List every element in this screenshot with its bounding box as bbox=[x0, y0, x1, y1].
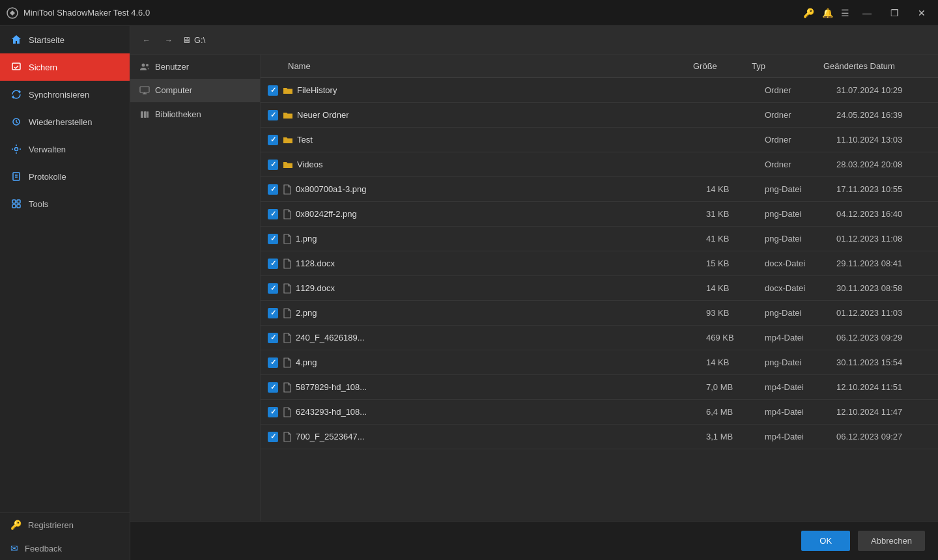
sidebar-item-feedback[interactable]: ✉ Feedback bbox=[0, 537, 130, 560]
svg-rect-4 bbox=[13, 173, 20, 180]
file-row[interactable]: 1129.docx14 KBdocx-Datei30.11.2023 08:58 bbox=[261, 276, 938, 301]
file-row-checkbox[interactable] bbox=[263, 382, 283, 393]
sidebar-item-tools[interactable]: Tools bbox=[0, 190, 130, 217]
file-name-text: 6243293-hd_108... bbox=[296, 407, 367, 417]
svg-rect-10 bbox=[17, 204, 20, 208]
sidebar-label-tools: Tools bbox=[29, 199, 48, 209]
file-row-checkbox[interactable] bbox=[263, 357, 283, 368]
file-row-checkbox[interactable] bbox=[263, 110, 283, 120]
svg-rect-8 bbox=[17, 200, 20, 203]
file-row-checkbox[interactable] bbox=[263, 85, 283, 96]
file-name-text: 240_F_4626189... bbox=[296, 333, 365, 343]
bottom-bar: OK Abbrechen bbox=[130, 521, 938, 560]
file-row-checkbox[interactable] bbox=[263, 432, 283, 442]
file-row-type: png-Datei bbox=[760, 209, 831, 219]
file-row[interactable]: 0x800700a1-3.png14 KBpng-Datei17.11.2023… bbox=[261, 177, 938, 202]
file-icon bbox=[283, 406, 292, 417]
file-row-type: mp4-Datei bbox=[760, 382, 831, 392]
file-row[interactable]: 2.png93 KBpng-Datei01.12.2023 11:03 bbox=[261, 301, 938, 326]
notification-icon[interactable]: 🔔 bbox=[822, 8, 833, 18]
close-button[interactable]: ✕ bbox=[912, 3, 931, 23]
svg-rect-7 bbox=[12, 200, 16, 203]
ok-button[interactable]: OK bbox=[801, 531, 850, 551]
tree-item-bibliotheken[interactable]: Bibliotheken bbox=[130, 102, 260, 126]
forward-button[interactable]: → bbox=[160, 32, 177, 49]
file-name-text: Videos bbox=[297, 160, 323, 169]
tree-panel: Benutzer Computer Bibliotheken bbox=[130, 55, 261, 521]
title-bar: MiniTool ShadowMaker Test 4.6.0 🔑 🔔 ☰ — … bbox=[0, 0, 938, 26]
file-row[interactable]: 1.png41 KBpng-Datei01.12.2023 11:08 bbox=[261, 227, 938, 251]
sidebar-item-synchronisieren[interactable]: Synchronisieren bbox=[0, 81, 130, 108]
file-row-name: Test bbox=[283, 135, 701, 145]
file-row[interactable]: VideosOrdner28.03.2024 20:08 bbox=[261, 152, 938, 177]
log-icon bbox=[10, 171, 22, 182]
menu-icon[interactable]: ☰ bbox=[841, 8, 849, 18]
file-row[interactable]: Neuer OrdnerOrdner24.05.2024 16:39 bbox=[261, 103, 938, 128]
tree-item-computer[interactable]: Computer bbox=[130, 79, 260, 103]
file-row[interactable]: 6243293-hd_108...6,4 MBmp4-Datei12.10.20… bbox=[261, 400, 938, 425]
file-row-size: 3,1 MB bbox=[701, 432, 760, 441]
content-area: ← → 🖥 G:\ Benutzer bbox=[130, 26, 938, 560]
sidebar-item-registrieren[interactable]: 🔑 Registrieren bbox=[0, 513, 130, 537]
key-icon[interactable]: 🔑 bbox=[803, 8, 814, 18]
file-row-checkbox[interactable] bbox=[263, 407, 283, 417]
file-row-checkbox[interactable] bbox=[263, 160, 283, 170]
file-row-size: 7,0 MB bbox=[701, 382, 760, 392]
file-row[interactable]: 4.png14 KBpng-Datei30.11.2023 15:54 bbox=[261, 350, 938, 375]
file-row-name: 1129.docx bbox=[283, 283, 701, 294]
file-row-type: docx-Datei bbox=[760, 259, 831, 268]
file-row-size: 15 KB bbox=[701, 259, 760, 268]
file-row-checkbox[interactable] bbox=[263, 184, 283, 195]
file-row-type: png-Datei bbox=[760, 308, 831, 318]
tree-item-benutzer[interactable]: Benutzer bbox=[130, 55, 260, 79]
back-button[interactable]: ← bbox=[138, 32, 155, 49]
title-bar-left: MiniTool ShadowMaker Test 4.6.0 bbox=[7, 7, 150, 19]
file-row-name: 1.png bbox=[283, 233, 701, 244]
cancel-button[interactable]: Abbrechen bbox=[858, 531, 925, 551]
file-row-checkbox[interactable] bbox=[263, 308, 283, 318]
maximize-button[interactable]: ❐ bbox=[885, 3, 904, 23]
file-name-text: 5877829-hd_108... bbox=[296, 382, 367, 392]
file-row-type: png-Datei bbox=[760, 357, 831, 367]
file-row-type: mp4-Datei bbox=[760, 333, 831, 343]
sidebar-item-wiederherstellen[interactable]: Wiederherstellen bbox=[0, 108, 130, 135]
file-row[interactable]: 240_F_4626189...469 KBmp4-Datei06.12.202… bbox=[261, 326, 938, 350]
file-row-checkbox[interactable] bbox=[263, 259, 283, 269]
file-name-text: Neuer Ordner bbox=[297, 110, 348, 120]
folder-icon bbox=[283, 110, 293, 120]
file-row-checkbox[interactable] bbox=[263, 234, 283, 244]
file-row-date: 29.11.2023 08:41 bbox=[831, 259, 935, 268]
file-name-text: 2.png bbox=[296, 308, 317, 318]
file-row-type: png-Datei bbox=[760, 234, 831, 244]
minimize-button[interactable]: — bbox=[857, 3, 877, 23]
file-row-checkbox[interactable] bbox=[263, 333, 283, 343]
sidebar-item-verwalten[interactable]: Verwalten bbox=[0, 135, 130, 163]
file-row[interactable]: 5877829-hd_108...7,0 MBmp4-Datei12.10.20… bbox=[261, 375, 938, 400]
file-row[interactable]: 0x80242ff-2.png31 KBpng-Datei04.12.2023 … bbox=[261, 202, 938, 227]
file-row-date: 24.05.2024 16:39 bbox=[831, 110, 935, 120]
file-row[interactable]: TestOrdner11.10.2024 13:03 bbox=[261, 128, 938, 152]
file-row[interactable]: FileHistoryOrdner31.07.2024 10:29 bbox=[261, 78, 938, 103]
file-row-checkbox[interactable] bbox=[263, 135, 283, 145]
file-row[interactable]: 1128.docx15 KBdocx-Datei29.11.2023 08:41 bbox=[261, 251, 938, 276]
file-icon bbox=[283, 357, 292, 368]
file-row-type: mp4-Datei bbox=[760, 432, 831, 441]
sidebar-item-startseite[interactable]: Startseite bbox=[0, 26, 130, 53]
svg-rect-1 bbox=[12, 63, 20, 70]
file-icon bbox=[283, 431, 292, 442]
svg-rect-9 bbox=[12, 204, 16, 208]
file-icon bbox=[283, 258, 292, 269]
file-row-checkbox[interactable] bbox=[263, 209, 283, 219]
file-name-text: 1128.docx bbox=[296, 259, 335, 268]
file-row-date: 17.11.2023 10:55 bbox=[831, 184, 935, 194]
file-row-date: 04.12.2023 16:40 bbox=[831, 209, 935, 219]
file-row-checkbox[interactable] bbox=[263, 283, 283, 294]
file-name-text: 700_F_2523647... bbox=[296, 432, 365, 441]
file-row-size: 93 KB bbox=[701, 308, 760, 318]
file-row-name: FileHistory bbox=[283, 85, 701, 96]
sidebar: Startseite Sichern Synchronisieren Wiede… bbox=[0, 26, 130, 560]
file-icon bbox=[283, 382, 292, 393]
sidebar-item-sichern[interactable]: Sichern bbox=[0, 53, 130, 81]
file-row[interactable]: 700_F_2523647...3,1 MBmp4-Datei06.12.202… bbox=[261, 425, 938, 449]
sidebar-item-protokolle[interactable]: Protokolle bbox=[0, 163, 130, 190]
